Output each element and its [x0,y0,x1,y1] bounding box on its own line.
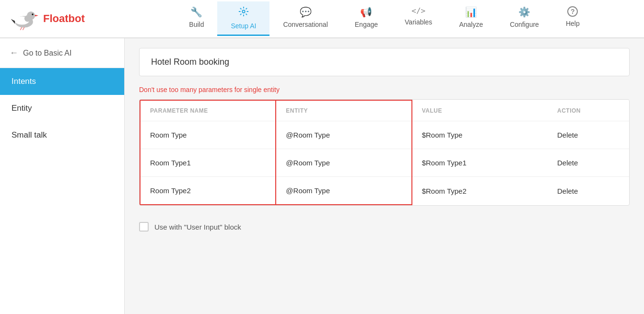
value-2: $Room Type1 [412,149,548,177]
table-row: Room Type2 @Room Type $Room Type2 Delete [140,177,629,205]
table-row: Room Type @Room Type $Room Type Delete [140,121,629,149]
checkbox-label: Use with "User Input" block [154,223,241,231]
user-input-checkbox[interactable] [139,222,149,232]
delete-button-1[interactable]: Delete [557,131,578,139]
nav-label-conversational: Conversational [283,21,328,28]
nav-item-configure[interactable]: ⚙️ Configure [496,1,552,36]
logo-icon [10,7,38,31]
sidebar-back-label: Go to Basic AI [23,49,71,58]
analyze-icon: 📊 [465,6,477,18]
param-name-3: Room Type2 [140,177,276,205]
nav-items: 🔧 Build Setup AI 💬 Conversational 📢 Enga… [134,1,634,36]
entity-1: @Room Type [276,121,411,149]
delete-button-3[interactable]: Delete [557,187,578,195]
action-3: Delete [548,177,629,205]
value-1: $Room Type [412,121,548,149]
nav-label-engage: Engage [355,21,378,28]
top-nav: Floatbot 🔧 Build Setup AI 💬 Conversation… [0,0,644,38]
entity-2: @Room Type [276,149,411,177]
sidebar: ← Go to Basic AI Intents Entity Small ta… [0,38,125,314]
variables-icon: </> [411,6,425,15]
sidebar-item-intents[interactable]: Intents [0,68,124,95]
title-card: Hotel Room booking [139,48,630,76]
setup-ai-icon [238,6,249,19]
main-layout: ← Go to Basic AI Intents Entity Small ta… [0,38,644,314]
params-table: PARAMETER NAME ENTITY VALUE ACTION Room … [140,100,629,205]
action-2: Delete [548,149,629,177]
nav-item-engage[interactable]: 📢 Engage [341,1,391,36]
checkbox-row: Use with "User Input" block [139,217,630,236]
nav-label-help: Help [566,20,580,27]
action-1: Delete [548,121,629,149]
sidebar-item-entity-label: Entity [12,104,32,113]
sidebar-item-small-talk[interactable]: Small talk [0,122,124,149]
sidebar-back-button[interactable]: ← Go to Basic AI [0,38,124,68]
sidebar-item-intents-label: Intents [12,77,36,86]
svg-line-7 [20,27,22,30]
param-name-1: Room Type [140,121,276,149]
engage-icon: 📢 [360,6,372,18]
nav-item-help[interactable]: ? Help [552,1,593,36]
page-title: Hotel Room booking [151,57,229,67]
svg-line-8 [23,27,24,30]
col-header-action: ACTION [548,100,629,121]
logo-text: Floatbot [43,12,85,25]
nav-item-analyze[interactable]: 📊 Analyze [445,1,496,36]
nav-item-variables[interactable]: </> Variables [391,1,445,36]
nav-label-build: Build [189,21,204,28]
delete-button-2[interactable]: Delete [557,159,578,167]
nav-item-conversational[interactable]: 💬 Conversational [269,1,341,36]
col-header-param-name: PARAMETER NAME [140,100,276,121]
svg-point-6 [24,15,31,22]
nav-item-setup-ai[interactable]: Setup AI [217,1,269,36]
svg-marker-4 [35,15,38,16]
table-row: Room Type1 @Room Type $Room Type1 Delete [140,149,629,177]
svg-marker-5 [11,19,15,23]
back-arrow-icon: ← [10,48,18,58]
help-icon: ? [567,6,578,17]
param-name-2: Room Type1 [140,149,276,177]
conversational-icon: 💬 [300,6,312,18]
params-table-container: PARAMETER NAME ENTITY VALUE ACTION Room … [139,99,630,206]
nav-label-configure: Configure [510,21,539,28]
warning-text: Don't use too many parameters for single… [139,86,630,93]
value-3: $Room Type2 [412,177,548,205]
nav-label-setup-ai: Setup AI [231,22,256,30]
svg-point-3 [32,13,33,15]
configure-icon: ⚙️ [518,6,530,18]
sidebar-item-small-talk-label: Small talk [12,130,47,140]
nav-item-build[interactable]: 🔧 Build [176,1,217,36]
content-area: Hotel Room booking Don't use too many pa… [125,38,644,314]
entity-3: @Room Type [276,177,411,205]
col-header-value: VALUE [412,100,548,121]
build-icon: 🔧 [190,6,202,18]
svg-point-9 [242,10,245,13]
col-header-entity: ENTITY [276,100,411,121]
sidebar-item-entity[interactable]: Entity [0,95,124,122]
nav-label-analyze: Analyze [459,21,483,28]
nav-label-variables: Variables [405,18,432,26]
logo-area: Floatbot [10,7,134,31]
